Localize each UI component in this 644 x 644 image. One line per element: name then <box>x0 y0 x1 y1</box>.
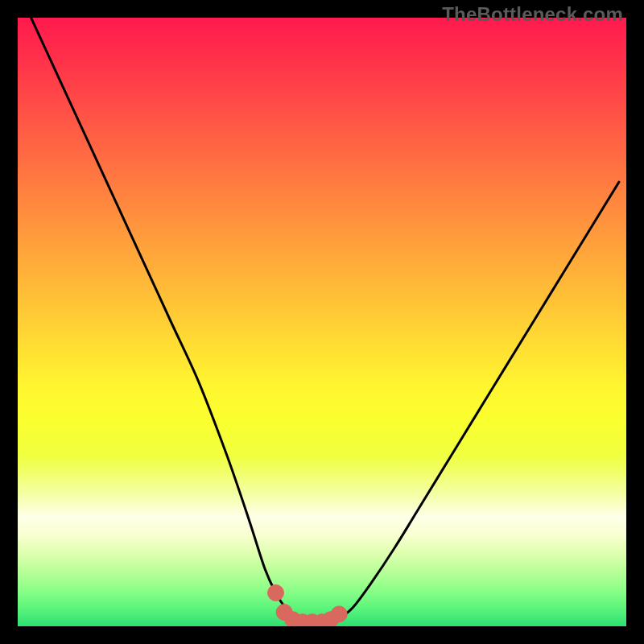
watermark-text: TheBottleneck.com <box>442 3 623 26</box>
plot-area <box>18 18 626 626</box>
marker-dot <box>331 606 347 622</box>
chart-svg <box>18 18 626 626</box>
marker-dot <box>268 584 284 601</box>
chart-frame: TheBottleneck.com <box>0 0 644 644</box>
bottleneck-curve <box>31 18 619 622</box>
flat-region-markers <box>268 584 348 626</box>
